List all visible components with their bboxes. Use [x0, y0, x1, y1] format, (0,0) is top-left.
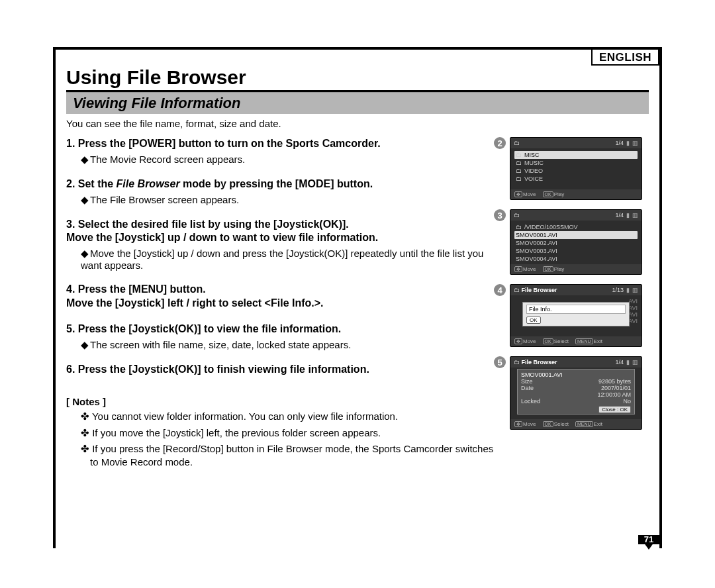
note-2: ✤ If you move the [Joystick] left, the p…: [81, 426, 497, 440]
ok-button: OK: [526, 317, 541, 324]
step-3-line2: Move the [Joystick] up / down to want to…: [66, 231, 497, 245]
battery-icon: [632, 212, 638, 219]
close-button: Close : OK: [598, 406, 631, 413]
list-item: SMOV0003.AVI: [514, 247, 638, 255]
step-4: 4. Press the [MENU] button. Move the [Jo…: [66, 283, 497, 311]
manual-page: ENGLISH Using File Browser Viewing File …: [0, 0, 715, 588]
screenshot-2-badge: 2: [494, 137, 506, 149]
step-1: 1. Press the [POWER] button to turn on t…: [66, 137, 497, 166]
screenshots-column: 2 1/4 MISC MUSIC VIDEO VOICE: [510, 137, 649, 471]
screenshot-5: 5 File Browser 1/4 SMOV0001.AVI Size9280…: [510, 356, 649, 430]
card-icon: [626, 359, 630, 366]
ok-key-icon: OK: [543, 191, 553, 197]
screenshot-5-badge: 5: [494, 356, 506, 368]
list-item: MISC: [514, 151, 638, 159]
step-1-sub: ◆The Movie Record screen appears.: [81, 154, 497, 166]
frame-top: [53, 47, 662, 50]
folder-icon: [514, 212, 520, 219]
screenshot-3-badge: 3: [494, 209, 506, 221]
intro-text: You can see the file name, format, size …: [66, 118, 649, 129]
menu-item-fileinfo: File Info.: [526, 305, 626, 314]
list-item: SMOV0002.AVI: [514, 239, 638, 247]
steps-column: 1. Press the [POWER] button to turn on t…: [66, 137, 497, 471]
info-date-value: 2007/01/01: [601, 385, 631, 391]
step-3-sub: ◆Move the [Joystick] up / down and press…: [81, 248, 497, 271]
list-item: VOICE: [514, 175, 638, 183]
page-number: 71: [638, 534, 659, 544]
diamond-icon: ◆: [81, 154, 90, 166]
info-time-value: 12:00:00 AM: [597, 391, 631, 398]
content-area: Using File Browser Viewing File Informat…: [66, 66, 649, 542]
list-item: SMOV0001.AVI: [514, 231, 638, 239]
ok-key-icon: OK: [543, 421, 553, 427]
screenshot-3: 3 1/4 /VIDEO/100SSMOV SMOV0001.AVI SMOV0…: [510, 209, 649, 275]
folder-icon: [516, 168, 522, 174]
path-row: /VIDEO/100SSMOV: [514, 223, 638, 231]
page-indicator: 1/4: [615, 140, 624, 146]
flower-icon: ✤: [81, 427, 89, 438]
step-1-head: 1. Press the [POWER] button to turn on t…: [66, 137, 497, 151]
card-icon: [626, 212, 630, 219]
step-4-line1: 4. Press the [MENU] button.: [66, 283, 497, 297]
info-locked-value: No: [623, 398, 631, 405]
joystick-icon: ✥: [514, 191, 522, 197]
page-number-shield: 71: [638, 535, 659, 556]
diamond-icon: ◆: [81, 339, 90, 351]
menu-key-icon: MENU: [575, 421, 593, 427]
file-info-popup: SMOV0001.AVI Size92805 bytes Date2007/01…: [517, 369, 635, 415]
list-item: SMOV0004.AVI: [514, 255, 638, 263]
step-2-head: 2. Set the File Browser mode by pressing…: [66, 177, 497, 191]
folder-icon: [516, 152, 522, 158]
file-info-menu: File Info. OK: [522, 302, 630, 326]
frame-left: [53, 47, 56, 548]
step-5-line1: 5. Press the [Joystick(OK)] to view the …: [66, 322, 497, 336]
notes-heading: [ Notes ]: [66, 396, 497, 407]
language-badge: ENGLISH: [591, 47, 659, 66]
info-size-value: 92805 bytes: [598, 378, 631, 385]
step-3: 3. Select the desired file list by using…: [66, 218, 497, 271]
diamond-icon: ◆: [81, 248, 90, 260]
flower-icon: ✤: [81, 443, 89, 454]
battery-icon: [632, 140, 638, 146]
frame-right: [659, 47, 662, 548]
screen-title: File Browser: [522, 287, 557, 293]
battery-icon: [632, 359, 638, 366]
list-item: MUSIC: [514, 159, 638, 167]
menu-key-icon: MENU: [575, 338, 593, 344]
step-5-sub: ◆The screen with file name, size, date, …: [81, 339, 497, 351]
folder-icon: [514, 287, 520, 293]
joystick-icon: ✥: [514, 421, 522, 427]
screen-title: File Browser: [522, 359, 557, 366]
page-indicator: 1/4: [615, 212, 624, 219]
card-icon: [626, 140, 630, 146]
step-5: 5. Press the [Joystick(OK)] to view the …: [66, 322, 497, 351]
note-1: ✤ You cannot view folder information. Yo…: [81, 410, 497, 423]
screenshot-4: 4 File Browser 1/13 .AVI .AVI .AVI .AVI: [510, 284, 649, 347]
battery-icon: [632, 287, 638, 293]
flower-icon: ✤: [81, 411, 89, 422]
ok-key-icon: OK: [543, 266, 553, 272]
info-size-label: Size: [521, 378, 533, 385]
page-indicator: 1/13: [612, 287, 624, 293]
step-2-sub: ◆The File Browser screen appears.: [81, 194, 497, 206]
page-title: Using File Browser: [66, 66, 649, 89]
folder-icon: [516, 160, 522, 166]
step-4-line2: Move the [Joystick] left / right to sele…: [66, 297, 497, 311]
info-filename: SMOV0001.AVI: [521, 371, 631, 378]
folder-icon: [514, 140, 520, 146]
screenshot-2: 2 1/4 MISC MUSIC VIDEO VOICE: [510, 137, 649, 200]
joystick-icon: ✥: [514, 266, 522, 272]
diamond-icon: ◆: [81, 194, 90, 206]
step-2: 2. Set the File Browser mode by pressing…: [66, 177, 497, 206]
ok-key-icon: OK: [543, 338, 553, 344]
folder-icon: [516, 175, 522, 182]
screenshot-4-badge: 4: [494, 284, 506, 296]
joystick-icon: ✥: [514, 338, 522, 344]
folder-icon: [516, 224, 522, 230]
note-3: ✤ If you press the [Record/Stop] button …: [81, 442, 497, 469]
section-title: Viewing File Information: [66, 92, 649, 114]
card-icon: [626, 287, 630, 293]
folder-icon: [514, 359, 520, 366]
step-6: 6. Press the [Joystick(OK)] to finish vi…: [66, 363, 497, 377]
step-3-line1: 3. Select the desired file list by using…: [66, 218, 497, 232]
